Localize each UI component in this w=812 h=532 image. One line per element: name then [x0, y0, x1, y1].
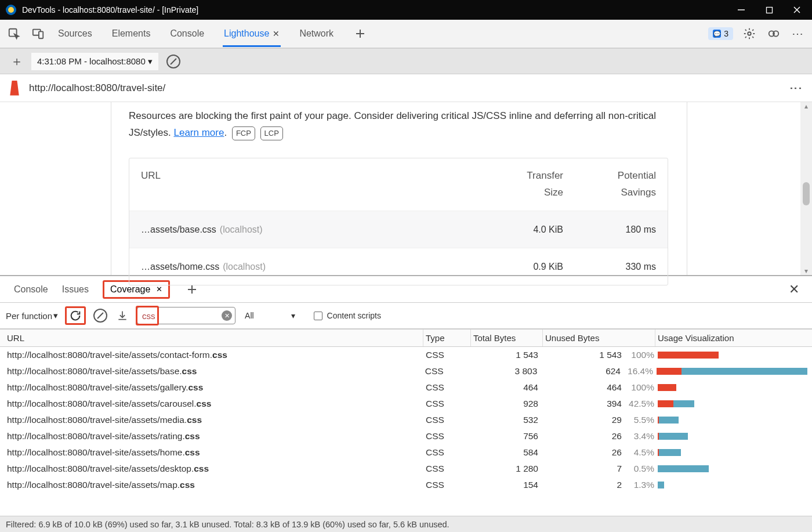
audit-resource-table: URL Transfer Size Potential Savings …ass…	[129, 158, 668, 285]
coverage-pct: 3.4%	[625, 431, 654, 441]
close-tab-icon[interactable]: ✕	[156, 285, 162, 294]
coverage-total: 154	[471, 480, 543, 490]
coverage-unused: 624	[606, 366, 621, 377]
coverage-row[interactable]: http://localhost:8080/travel-site/assets…	[0, 412, 812, 428]
coverage-viz	[654, 368, 807, 375]
clear-coverage-button[interactable]	[93, 308, 108, 323]
page-url-row: http://localhost:8080/travel-site/ ⋮	[0, 74, 812, 102]
statusbar-text: Filtered: 6.9 kB of 10.0 kB (69%) used s…	[6, 520, 449, 529]
reload-highlight-box	[65, 306, 86, 325]
device-toolbar-icon[interactable]	[30, 26, 46, 42]
coverage-table: URL Type Total Bytes Unused Bytes Usage …	[0, 330, 812, 493]
coverage-viz	[655, 417, 807, 424]
coverage-type: CSS	[423, 447, 471, 458]
coverage-row[interactable]: http://localhost:8080/travel-site/assets…	[0, 396, 812, 412]
coverage-url: http://localhost:8080/travel-site/assets…	[5, 447, 423, 458]
coverage-row[interactable]: http://localhost:8080/travel-site/assets…	[0, 477, 812, 493]
coverage-row[interactable]: http://localhost:8080/travel-site/assets…	[0, 428, 812, 444]
col-header-url[interactable]: URL	[5, 330, 423, 346]
issue-icon: 💬	[713, 30, 721, 38]
drawer-tab-console[interactable]: Console	[7, 280, 55, 299]
tab-console[interactable]: Console	[169, 21, 205, 46]
coverage-row[interactable]: http://localhost:8080/travel-site/assets…	[0, 347, 812, 363]
chevron-down-icon: ▾	[53, 310, 58, 321]
drawer-tab-issues[interactable]: Issues	[55, 280, 96, 299]
coverage-row[interactable]: http://localhost:8080/travel-site/assets…	[0, 379, 812, 396]
coverage-total: 584	[471, 447, 543, 458]
resource-host: (localhost)	[223, 262, 266, 272]
window-title: DevTools - localhost:8080/travel-site/ -…	[22, 5, 735, 15]
tab-elements[interactable]: Elements	[111, 21, 152, 46]
customize-icon[interactable]	[766, 26, 782, 42]
col-header-size: Transfer Size	[482, 168, 563, 201]
coverage-total: 928	[471, 399, 543, 409]
learn-more-link[interactable]: Learn more	[173, 127, 224, 138]
coverage-table-header: URL Type Total Bytes Unused Bytes Usage …	[0, 330, 812, 347]
col-header-type[interactable]: Type	[423, 330, 471, 346]
report-selector[interactable]: 4:31:08 PM - localhost:8080 ▾	[31, 53, 158, 70]
type-filter-select[interactable]: All ▾	[245, 311, 295, 320]
coverage-url: http://localhost:8080/travel-site/assets…	[5, 431, 423, 441]
coverage-total: 532	[471, 415, 543, 425]
window-close-button[interactable]	[791, 4, 803, 16]
window-maximize-button[interactable]	[763, 4, 775, 16]
coverage-type: CSS	[423, 431, 471, 441]
tab-sources[interactable]: Sources	[57, 21, 93, 46]
coverage-url: http://localhost:8080/travel-site/assets…	[5, 350, 423, 360]
tab-network[interactable]: Network	[298, 21, 335, 46]
window-minimize-button[interactable]	[735, 4, 747, 16]
type-filter-label: All	[245, 311, 254, 320]
lighthouse-report: Resources are blocking the first paint o…	[0, 102, 812, 276]
lighthouse-toolbar: ＋ 4:31:08 PM - localhost:8080 ▾	[0, 49, 812, 74]
scroll-down-icon[interactable]: ▾	[800, 267, 812, 275]
coverage-url: http://localhost:8080/travel-site/assets…	[5, 464, 423, 474]
scroll-thumb[interactable]	[803, 182, 810, 205]
report-gutter	[0, 102, 111, 275]
coverage-total: 1 543	[471, 350, 543, 360]
settings-icon[interactable]	[741, 26, 757, 42]
clear-filter-button[interactable]: ✕	[222, 310, 232, 321]
resource-size: 4.0 KiB	[482, 222, 563, 237]
coverage-mode-select[interactable]: Per function ▾	[6, 310, 58, 321]
coverage-row[interactable]: http://localhost:8080/travel-site/assets…	[0, 363, 812, 379]
clear-report-button[interactable]	[166, 55, 180, 68]
issue-count: 3	[724, 29, 728, 38]
coverage-row[interactable]: http://localhost:8080/travel-site/assets…	[0, 461, 812, 477]
audit-resource-row[interactable]: …assets/home.css(localhost)0.9 KiB330 ms	[129, 248, 668, 285]
export-button[interactable]	[115, 308, 130, 323]
coverage-pct: 5.5%	[625, 415, 654, 425]
coverage-url: http://localhost:8080/travel-site/assets…	[5, 399, 423, 409]
more-tabs-button[interactable]	[352, 26, 368, 42]
url-filter-input[interactable]	[137, 307, 235, 324]
resource-savings: 180 ms	[575, 222, 656, 237]
coverage-row[interactable]: http://localhost:8080/travel-site/assets…	[0, 444, 812, 461]
more-menu-icon[interactable]: ⋯	[790, 26, 806, 42]
col-header-total[interactable]: Total Bytes	[471, 330, 543, 346]
resource-host: (localhost)	[220, 225, 263, 234]
coverage-viz	[655, 433, 807, 440]
checkbox-icon	[314, 312, 322, 320]
coverage-mode-label: Per function	[6, 311, 52, 321]
col-header-viz[interactable]: Usage Visualization	[655, 330, 807, 346]
coverage-viz	[655, 482, 807, 488]
audit-resource-row[interactable]: …assets/base.css(localhost)4.0 KiB180 ms	[129, 211, 668, 248]
coverage-unused: 394	[607, 399, 622, 409]
content-scripts-checkbox[interactable]: Content scripts	[314, 311, 381, 320]
issues-badge[interactable]: 💬 3	[708, 27, 733, 40]
reload-button[interactable]	[69, 309, 82, 322]
drawer-close-button[interactable]: ✕	[789, 282, 805, 297]
report-scrollbar[interactable]: ▴ ▾	[800, 102, 812, 275]
close-tab-icon[interactable]: ✕	[273, 29, 280, 38]
metric-badge-fcp: FCP	[232, 126, 255, 140]
col-header-unused[interactable]: Unused Bytes	[543, 330, 655, 346]
col-header-url: URL	[141, 168, 482, 201]
coverage-unused: 26	[612, 447, 622, 458]
scroll-up-icon[interactable]: ▴	[800, 102, 812, 110]
inspect-element-icon[interactable]	[6, 26, 22, 42]
chevron-down-icon: ▾	[148, 56, 153, 67]
report-menu-button[interactable]: ⋮	[793, 82, 798, 95]
window-titlebar: DevTools - localhost:8080/travel-site/ -…	[0, 0, 812, 20]
metric-badge-lcp: LCP	[260, 126, 283, 140]
new-report-button[interactable]: ＋	[6, 50, 28, 73]
tab-lighthouse[interactable]: Lighthouse✕	[223, 21, 281, 46]
